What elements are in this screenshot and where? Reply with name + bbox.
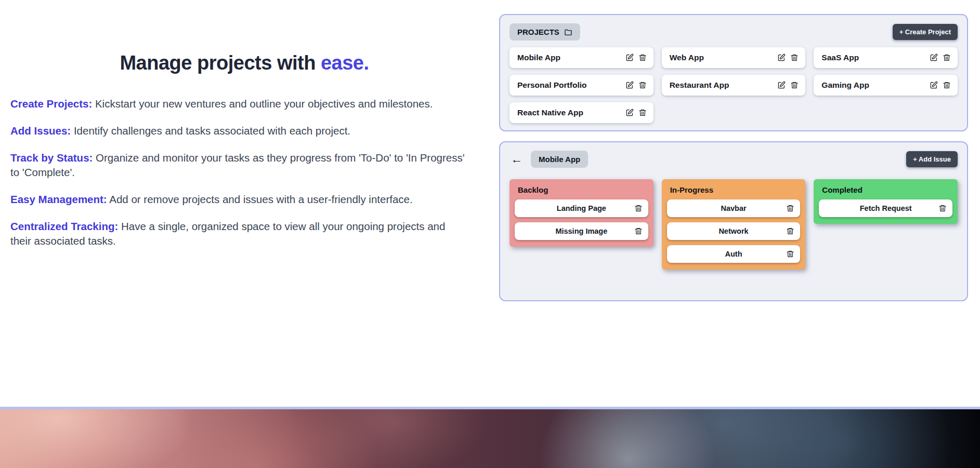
project-actions xyxy=(777,81,799,89)
project-card-react-native-app[interactable]: React Native App xyxy=(509,102,654,123)
column-backlog[interactable]: Backlog Landing Page Missing Image xyxy=(509,179,654,247)
column-completed[interactable]: Completed Fetch Request xyxy=(814,179,958,224)
project-card-gaming-app[interactable]: Gaming App xyxy=(814,75,958,96)
issue-card-navbar[interactable]: Navbar xyxy=(667,199,801,217)
trash-icon[interactable] xyxy=(638,109,647,117)
issue-title: Network xyxy=(718,227,748,235)
feature-centralized-tracking: Centralized Tracking: Have a single, org… xyxy=(10,219,468,248)
issue-card-fetch-request[interactable]: Fetch Request xyxy=(819,199,952,217)
project-card-mobile-app[interactable]: Mobile App xyxy=(509,47,654,68)
add-issue-button[interactable]: + Add Issue xyxy=(906,151,958,167)
page-title-accent: ease. xyxy=(321,52,369,74)
issue-title: Auth xyxy=(725,250,742,258)
footer-abstract-artwork xyxy=(0,407,980,468)
trash-icon[interactable] xyxy=(638,54,647,62)
hero-section: Manage projects with ease. Create Projec… xyxy=(0,52,489,261)
feature-label: Easy Management: xyxy=(10,193,107,205)
projects-grid: Mobile App Web App SaaS App Personal Por… xyxy=(509,47,958,123)
trash-icon[interactable] xyxy=(786,227,794,235)
edit-icon[interactable] xyxy=(777,54,786,62)
projects-panel: PROJECTS + Create Project Mobile App Web… xyxy=(499,14,968,131)
feature-add-issues: Add Issues: Identify challenges and task… xyxy=(10,124,468,138)
trash-icon[interactable] xyxy=(943,81,951,89)
project-actions xyxy=(625,109,647,117)
trash-icon[interactable] xyxy=(786,204,794,212)
project-card-web-app[interactable]: Web App xyxy=(662,47,806,68)
project-name: Restaurant App xyxy=(670,81,729,90)
issue-title: Landing Page xyxy=(557,204,606,212)
project-name: React Native App xyxy=(517,108,583,117)
edit-icon[interactable] xyxy=(625,109,634,117)
project-name: Web App xyxy=(670,53,704,62)
trash-icon[interactable] xyxy=(938,204,947,212)
edit-icon[interactable] xyxy=(777,81,786,89)
projects-panel-header: PROJECTS + Create Project xyxy=(509,23,958,41)
feature-list: Create Projects: Kickstart your new vent… xyxy=(0,97,489,248)
feature-text: Kickstart your new ventures and outline … xyxy=(92,98,433,110)
column-in-progress[interactable]: In-Progress Navbar Network Auth xyxy=(662,179,806,270)
issue-title: Fetch Request xyxy=(860,204,912,212)
project-card-personal-portfolio[interactable]: Personal Portfolio xyxy=(509,75,654,96)
issue-card-network[interactable]: Network xyxy=(667,222,801,240)
projects-header-label: PROJECTS xyxy=(517,28,559,36)
issue-card-auth[interactable]: Auth xyxy=(667,245,801,263)
board-header: ← Mobile App + Add Issue xyxy=(509,151,958,168)
project-card-saas-app[interactable]: SaaS App xyxy=(814,47,958,68)
project-actions xyxy=(930,81,951,89)
feature-label: Centralized Tracking: xyxy=(10,220,118,232)
kanban-columns: Backlog Landing Page Missing Image In-Pr… xyxy=(509,179,958,270)
create-project-button[interactable]: + Create Project xyxy=(893,24,958,40)
feature-label: Track by Status: xyxy=(10,152,93,164)
project-name: Personal Portfolio xyxy=(517,81,587,90)
project-actions xyxy=(625,81,647,89)
edit-icon[interactable] xyxy=(930,81,938,89)
feature-label: Create Projects: xyxy=(10,98,92,110)
kanban-board-panel: ← Mobile App + Add Issue Backlog Landing… xyxy=(499,141,968,301)
project-card-restaurant-app[interactable]: Restaurant App xyxy=(662,75,806,96)
page-title-prefix: Manage projects with xyxy=(120,52,320,74)
column-title: Completed xyxy=(822,185,952,194)
issue-card-landing-page[interactable]: Landing Page xyxy=(515,199,648,217)
trash-icon[interactable] xyxy=(790,81,799,89)
feature-easy-management: Easy Management: Add or remove projects … xyxy=(10,192,468,207)
feature-text: Identify challenges and tasks associated… xyxy=(71,125,350,137)
project-name: Mobile App xyxy=(517,53,560,62)
edit-icon[interactable] xyxy=(625,81,634,89)
project-actions xyxy=(930,54,951,62)
trash-icon[interactable] xyxy=(790,54,799,62)
trash-icon[interactable] xyxy=(634,204,643,212)
issue-list: Navbar Network Auth xyxy=(667,199,801,263)
project-name: SaaS App xyxy=(821,53,859,62)
issue-title: Missing Image xyxy=(555,227,607,235)
feature-create-projects: Create Projects: Kickstart your new vent… xyxy=(10,97,468,111)
project-actions xyxy=(625,54,647,62)
edit-icon[interactable] xyxy=(625,54,634,62)
projects-header-pill: PROJECTS xyxy=(509,23,580,41)
project-actions xyxy=(777,54,799,62)
trash-icon[interactable] xyxy=(634,227,643,235)
page-title: Manage projects with ease. xyxy=(0,52,489,74)
issue-title: Navbar xyxy=(721,204,746,212)
trash-icon[interactable] xyxy=(638,81,647,89)
folder-icon xyxy=(564,28,572,36)
feature-track-by-status: Track by Status: Organize and monitor yo… xyxy=(10,151,468,180)
column-title: Backlog xyxy=(518,185,648,194)
feature-label: Add Issues: xyxy=(10,125,71,137)
project-name: Gaming App xyxy=(821,81,869,90)
feature-text: Add or remove projects and issues with a… xyxy=(107,193,413,205)
issue-card-missing-image[interactable]: Missing Image xyxy=(515,222,648,240)
edit-icon[interactable] xyxy=(930,54,938,62)
issue-list: Landing Page Missing Image xyxy=(515,199,648,240)
trash-icon[interactable] xyxy=(786,250,794,258)
issue-list: Fetch Request xyxy=(819,199,952,217)
trash-icon[interactable] xyxy=(943,54,951,62)
active-project-pill: Mobile App xyxy=(531,151,588,168)
back-arrow-icon[interactable]: ← xyxy=(509,152,524,166)
column-title: In-Progress xyxy=(670,185,801,194)
